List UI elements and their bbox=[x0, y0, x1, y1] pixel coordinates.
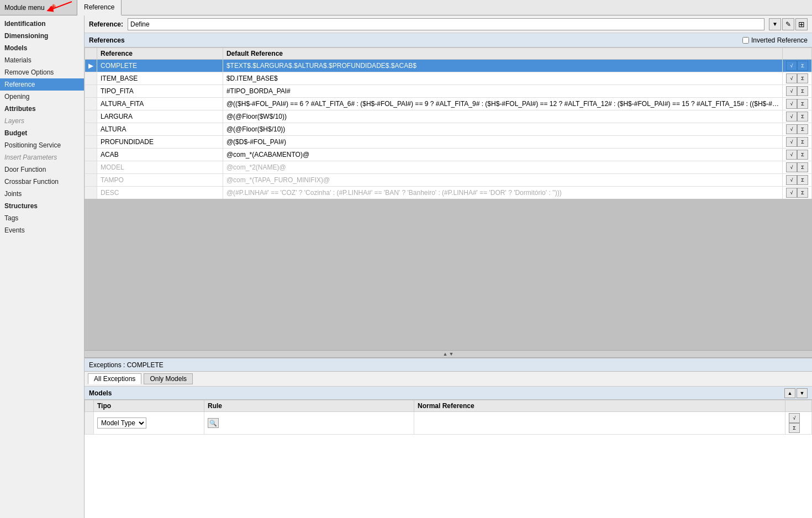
default-reference-cell: $TEXT$.$LARGURA$.$ALTURA$.$PROFUNDIDADE$… bbox=[223, 60, 782, 72]
models-header: Models ▲ ▼ bbox=[85, 387, 812, 400]
models-row-icons: √ Σ bbox=[785, 412, 812, 435]
tab-all-exceptions[interactable]: All Exceptions bbox=[88, 373, 141, 384]
sqrt-btn[interactable]: √ bbox=[786, 162, 797, 172]
table-row[interactable]: LARGURA@(@Floor($W$/10))√Σ bbox=[85, 110, 812, 123]
reference-id-cell: DESC bbox=[97, 187, 223, 199]
sidebar-item-joints[interactable]: Joints bbox=[0, 188, 84, 200]
reference-id-cell: ACAB bbox=[97, 149, 223, 161]
sidebar-item-attributes[interactable]: Attributes bbox=[0, 103, 84, 115]
models-sqrt-btn[interactable]: √ bbox=[789, 413, 800, 423]
sidebar-item-positioning-service[interactable]: Positioning Service bbox=[0, 139, 84, 151]
tab-reference[interactable]: Reference bbox=[77, 0, 122, 15]
sqrt-btn[interactable]: √ bbox=[786, 99, 797, 109]
sqrt-btn[interactable]: √ bbox=[786, 61, 797, 71]
sidebar-item-door-function[interactable]: Door Function bbox=[0, 163, 84, 176]
row-arrow-cell bbox=[85, 174, 97, 187]
sqrt-btn[interactable]: √ bbox=[786, 86, 797, 96]
models-tipo-cell[interactable]: Model Type bbox=[94, 412, 204, 435]
reference-edit-btn[interactable]: ✎ bbox=[782, 18, 794, 30]
sqrt-btn[interactable]: √ bbox=[786, 112, 797, 121]
main-layout: Identification Dimensioning Models Mater… bbox=[0, 15, 812, 518]
row-icon-btns: √Σ bbox=[783, 110, 812, 123]
th-models-icons bbox=[785, 400, 812, 412]
sidebar-item-structures[interactable]: Structures bbox=[0, 200, 84, 212]
sigma-btn[interactable]: Σ bbox=[797, 86, 808, 96]
sqrt-btn[interactable]: √ bbox=[786, 137, 797, 147]
sidebar-item-crossbar-function[interactable]: Crossbar Function bbox=[0, 176, 84, 188]
sigma-btn[interactable]: Σ bbox=[797, 188, 808, 198]
references-header: References Inverted Reference bbox=[85, 33, 812, 47]
references-table: Reference Default Reference ▶COMPLETE$TE… bbox=[85, 47, 812, 199]
row-arrow-cell bbox=[85, 187, 97, 199]
table-row[interactable]: ▶COMPLETE$TEXT$.$LARGURA$.$ALTURA$.$PROF… bbox=[85, 60, 812, 72]
sigma-btn[interactable]: Σ bbox=[797, 99, 808, 109]
exceptions-panel: Exceptions : COMPLETE All Exceptions Onl… bbox=[85, 358, 812, 518]
sigma-btn[interactable]: Σ bbox=[797, 162, 808, 172]
sidebar-item-reference[interactable]: Reference bbox=[0, 78, 84, 91]
default-reference-cell: #TIPO_BORDA_PAI# bbox=[223, 85, 782, 98]
sidebar-item-identification[interactable]: Identification bbox=[0, 18, 84, 30]
models-table-wrap[interactable]: Tipo Rule Normal Reference bbox=[85, 400, 812, 518]
inverted-reference-checkbox[interactable] bbox=[742, 37, 749, 44]
splitter-up-icon: ▲ bbox=[443, 351, 448, 357]
row-arrow-cell bbox=[85, 123, 97, 136]
table-row[interactable]: ITEM_BASE$D.ITEM_BASE$√Σ bbox=[85, 72, 812, 85]
row-icon-btns: √Σ bbox=[783, 85, 812, 98]
sidebar-item-insert-parameters[interactable]: Insert Parameters bbox=[0, 151, 84, 163]
tab-only-models[interactable]: Only Models bbox=[144, 373, 193, 384]
models-rule-search-btn[interactable]: 🔍 bbox=[208, 418, 219, 428]
red-arrow-indicator bbox=[44, 0, 77, 15]
references-table-wrap[interactable]: Reference Default Reference ▶COMPLETE$TE… bbox=[85, 47, 812, 199]
sigma-btn[interactable]: Σ bbox=[797, 61, 808, 71]
sqrt-btn[interactable]: √ bbox=[786, 150, 797, 160]
reference-new-btn[interactable]: ⊞ bbox=[795, 18, 808, 30]
sidebar-item-models[interactable]: Models bbox=[0, 42, 84, 54]
table-row[interactable]: ALTURA_FITA@(($H$-#FOL_PAI#) == 6 ? #ALT… bbox=[85, 98, 812, 110]
reference-bar: Reference: ▼ ✎ ⊞ bbox=[85, 15, 812, 33]
table-row[interactable]: ACAB@com_*(ACABAMENTO)@√Σ bbox=[85, 149, 812, 161]
gray-spacer-area bbox=[85, 199, 812, 350]
table-row[interactable]: ALTURA@(@Floor($H$/10))√Σ bbox=[85, 123, 812, 136]
sidebar-item-dimensioning[interactable]: Dimensioning bbox=[0, 30, 84, 42]
sqrt-btn[interactable]: √ bbox=[786, 175, 797, 185]
reference-dropdown-btn[interactable]: ▼ bbox=[769, 18, 781, 30]
models-down-btn[interactable]: ▼ bbox=[797, 388, 808, 398]
sidebar-item-opening[interactable]: Opening bbox=[0, 91, 84, 103]
reference-actions: ▼ ✎ ⊞ bbox=[769, 18, 808, 30]
models-normal-ref-cell[interactable] bbox=[414, 412, 785, 435]
table-row[interactable]: TAMPO@com_*(TAPA_FURO_MINIFIX)@√Σ bbox=[85, 174, 812, 187]
sidebar-item-tags[interactable]: Tags bbox=[0, 212, 84, 224]
default-reference-cell: @(@Floor($H$/10)) bbox=[223, 123, 782, 136]
th-arrow bbox=[85, 48, 97, 60]
default-reference-cell: $D.ITEM_BASE$ bbox=[223, 72, 782, 85]
sidebar-item-layers[interactable]: Layers bbox=[0, 115, 84, 127]
models-up-btn[interactable]: ▲ bbox=[784, 388, 795, 398]
sigma-btn[interactable]: Σ bbox=[797, 175, 808, 185]
table-row[interactable]: MODEL@com_*2(NAME)@√Σ bbox=[85, 161, 812, 174]
sidebar-item-remove-options[interactable]: Remove Options bbox=[0, 66, 84, 78]
reference-id-cell: ALTURA bbox=[97, 123, 223, 136]
sigma-btn[interactable]: Σ bbox=[797, 112, 808, 121]
splitter[interactable]: ▲ ▼ bbox=[85, 350, 812, 358]
sigma-btn[interactable]: Σ bbox=[797, 150, 808, 160]
table-row[interactable]: Model Type 🔍 √ Σ bbox=[85, 412, 812, 435]
models-rule-cell[interactable]: 🔍 bbox=[204, 412, 414, 435]
sigma-btn[interactable]: Σ bbox=[797, 137, 808, 147]
sqrt-btn[interactable]: √ bbox=[786, 124, 797, 134]
models-sigma-btn[interactable]: Σ bbox=[789, 423, 800, 433]
sigma-btn[interactable]: Σ bbox=[797, 73, 808, 83]
default-reference-cell: @(@Floor($W$/10)) bbox=[223, 110, 782, 123]
tipo-select[interactable]: Model Type bbox=[97, 417, 146, 429]
sqrt-btn[interactable]: √ bbox=[786, 188, 797, 198]
sidebar-item-events[interactable]: Events bbox=[0, 224, 84, 236]
sidebar-item-materials[interactable]: Materials bbox=[0, 54, 84, 66]
table-row[interactable]: DESC@(#P.LINHA#' == 'COZ' ? 'Cozinha' : … bbox=[85, 187, 812, 199]
sidebar-item-budget[interactable]: Budget bbox=[0, 127, 84, 139]
table-row[interactable]: TIPO_FITA#TIPO_BORDA_PAI#√Σ bbox=[85, 85, 812, 98]
reference-input[interactable] bbox=[128, 18, 764, 30]
table-row[interactable]: PROFUNDIDADE@($D$-#FOL_PAI#)√Σ bbox=[85, 136, 812, 149]
exceptions-tabs: All Exceptions Only Models bbox=[85, 372, 812, 387]
references-panel: References Inverted Reference Re bbox=[85, 33, 812, 350]
sigma-btn[interactable]: Σ bbox=[797, 124, 808, 134]
sqrt-btn[interactable]: √ bbox=[786, 73, 797, 83]
